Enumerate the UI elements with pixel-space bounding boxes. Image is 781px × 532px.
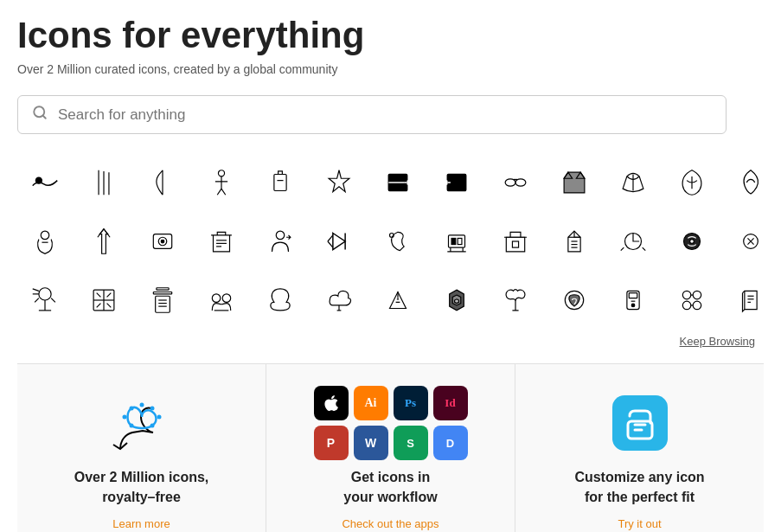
icon-cell[interactable]	[76, 214, 131, 269]
app-icon-photoshop: Ps	[394, 386, 428, 420]
svg-point-80	[150, 424, 154, 428]
svg-point-40	[690, 240, 695, 244]
svg-point-81	[129, 424, 133, 428]
search-bar[interactable]	[17, 95, 727, 134]
svg-point-70	[693, 301, 701, 310]
promo-link-learn-more[interactable]: Learn more	[112, 517, 170, 530]
icon-cell[interactable]	[311, 214, 367, 269]
svg-point-20	[41, 231, 49, 240]
keep-browsing-row: Keep Browsing	[17, 335, 764, 348]
icon-cell[interactable]	[488, 155, 543, 210]
icon-cell[interactable]	[664, 155, 720, 210]
svg-marker-16	[564, 172, 585, 193]
svg-line-43	[33, 289, 39, 291]
icon-cell[interactable]	[664, 214, 720, 269]
svg-rect-50	[156, 296, 170, 312]
icon-cell[interactable]	[664, 272, 720, 328]
svg-rect-31	[451, 239, 456, 245]
icon-grid	[17, 155, 764, 328]
icon-cell[interactable]	[194, 214, 249, 269]
svg-point-13	[505, 179, 515, 186]
svg-rect-48	[157, 288, 169, 290]
icon-cell[interactable]	[547, 214, 602, 269]
keep-browsing-link[interactable]: Keep Browsing	[680, 335, 755, 348]
svg-point-69	[682, 301, 691, 310]
icon-cell[interactable]	[370, 214, 426, 269]
svg-point-82	[122, 415, 126, 420]
promo-icon-customize	[612, 392, 668, 454]
icon-cell[interactable]	[605, 155, 661, 210]
customize-icon-box	[612, 395, 668, 451]
svg-point-77	[139, 403, 144, 407]
promo-link-try-it-out[interactable]: Try it out	[618, 517, 661, 530]
icon-cell[interactable]	[76, 155, 131, 210]
svg-point-6	[218, 170, 224, 176]
search-input[interactable]	[58, 106, 712, 124]
icon-cell[interactable]	[488, 272, 543, 328]
icon-cell[interactable]	[194, 155, 249, 210]
svg-point-14	[515, 179, 526, 186]
page-subtitle: Over 2 Million curated icons, created by…	[17, 62, 764, 76]
svg-point-2	[35, 177, 42, 183]
icon-cell[interactable]	[311, 272, 367, 328]
svg-marker-9	[329, 170, 349, 192]
icon-cell[interactable]	[547, 272, 602, 328]
promo-section: Over 2 Million icons,royalty–free Learn …	[17, 363, 764, 532]
page-container: Icons for everything Over 2 Million cura…	[0, 0, 781, 532]
icon-cell[interactable]	[488, 214, 543, 269]
app-icon-sheets: S	[394, 426, 428, 460]
icon-cell[interactable]	[135, 214, 190, 269]
icon-cell[interactable]	[194, 272, 249, 328]
promo-title-royalty-free: Over 2 Million icons,royalty–free	[74, 468, 209, 507]
icon-cell[interactable]	[253, 214, 308, 269]
icon-cell[interactable]	[429, 272, 484, 328]
icon-cell[interactable]	[17, 155, 73, 210]
promo-title-workflow: Get icons inyour workflow	[343, 468, 437, 507]
svg-point-42	[39, 288, 51, 300]
icon-cell[interactable]	[547, 155, 602, 210]
app-icons-grid: Ai Ps Id P W S	[314, 386, 468, 460]
app-icon-word: W	[354, 426, 388, 460]
svg-marker-61	[455, 299, 459, 304]
svg-point-24	[161, 240, 164, 243]
icon-cell[interactable]	[76, 272, 131, 328]
icon-cell[interactable]	[429, 155, 484, 210]
promo-card-royalty-free: Over 2 Million icons,royalty–free Learn …	[17, 364, 266, 532]
icon-cell[interactable]	[17, 272, 73, 328]
promo-card-customize: Customize any iconfor the perfect fit Tr…	[515, 364, 764, 532]
svg-point-67	[682, 292, 691, 300]
svg-rect-32	[458, 239, 462, 245]
icon-cell[interactable]	[253, 272, 308, 328]
icon-cell[interactable]	[605, 272, 661, 328]
promo-icon-workflow: Ai Ps Id P W S	[314, 392, 468, 454]
app-icon-illustrator: Ai	[354, 386, 388, 420]
svg-point-76	[129, 407, 133, 411]
icon-cell[interactable]	[605, 214, 661, 269]
search-icon	[32, 105, 48, 125]
promo-link-apps[interactable]: Check out the apps	[342, 517, 439, 530]
icon-cell[interactable]	[135, 155, 190, 210]
icon-cell[interactable]	[17, 214, 73, 269]
icon-cell[interactable]	[370, 272, 426, 328]
svg-point-79	[157, 415, 161, 420]
app-icon-indesign: Id	[433, 386, 468, 420]
svg-rect-49	[153, 292, 171, 294]
svg-rect-33	[512, 241, 518, 247]
icon-cell[interactable]	[723, 272, 778, 328]
svg-point-54	[212, 294, 221, 303]
promo-title-customize: Customize any iconfor the perfect fit	[574, 468, 704, 507]
icon-cell[interactable]	[370, 155, 426, 210]
svg-point-65	[631, 304, 635, 307]
icon-cell[interactable]	[311, 155, 367, 210]
icon-cell[interactable]	[723, 155, 778, 210]
app-icon-powerpoint: P	[314, 426, 349, 460]
svg-rect-64	[629, 293, 637, 298]
page-title: Icons for everything	[17, 16, 764, 55]
svg-rect-7	[274, 175, 286, 191]
icon-cell[interactable]	[135, 272, 190, 328]
svg-point-68	[693, 292, 701, 300]
icon-cell[interactable]	[429, 214, 484, 269]
svg-line-1	[42, 116, 45, 119]
icon-cell[interactable]	[253, 155, 308, 210]
icon-cell[interactable]	[723, 214, 778, 269]
